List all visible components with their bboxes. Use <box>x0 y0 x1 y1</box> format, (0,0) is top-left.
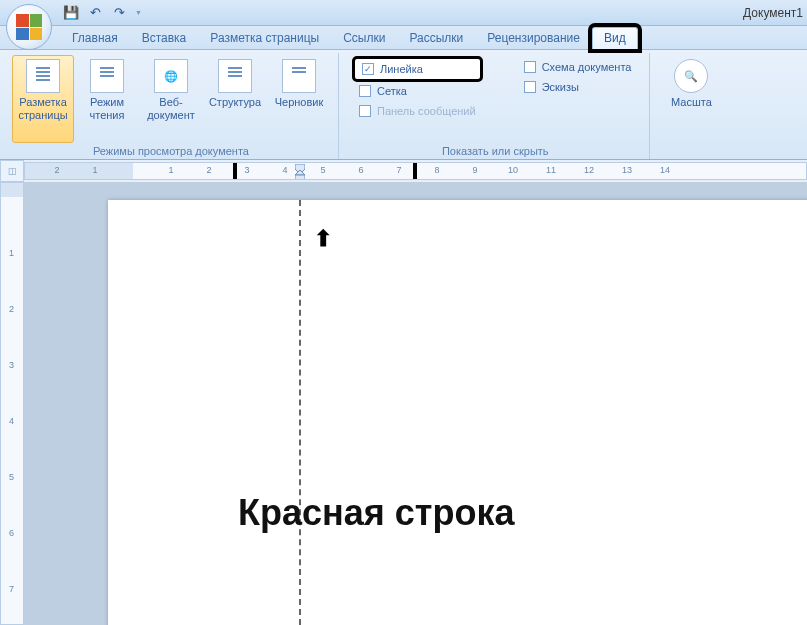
ruler-left-margin <box>25 163 133 179</box>
view-outline-label: Структура <box>209 96 261 109</box>
checkbox-document-map[interactable]: Схема документа <box>520 59 636 75</box>
ruler-row: ◫ 3211234567891011121314 <box>0 160 807 182</box>
checkbox-ruler-label: Линейка <box>380 63 423 75</box>
tab-mailings[interactable]: Рассылки <box>397 27 475 49</box>
ruler-tick: 2 <box>206 165 211 175</box>
ruler-tick: 6 <box>9 528 14 538</box>
group-zoom-spacer <box>660 143 722 159</box>
checkbox-document-map-label: Схема документа <box>542 61 632 73</box>
outline-icon <box>218 59 252 93</box>
page-area[interactable]: ⬆ Красная строка <box>24 182 807 625</box>
web-layout-icon: 🌐 <box>154 59 188 93</box>
office-button[interactable] <box>6 4 52 50</box>
ribbon: Разметка страницы Режим чтения 🌐 Веб-док… <box>0 50 807 160</box>
redo-button[interactable]: ↷ <box>108 3 130 23</box>
draft-icon <box>282 59 316 93</box>
tab-home[interactable]: Главная <box>60 27 130 49</box>
ruler-tick: 4 <box>282 165 287 175</box>
ruler-tick: 13 <box>622 165 632 175</box>
document-page[interactable] <box>108 200 807 625</box>
ruler-tick: 3 <box>244 165 249 175</box>
ruler-tick: 2 <box>9 304 14 314</box>
ruler-tick: 5 <box>9 472 14 482</box>
tab-view[interactable]: Вид <box>592 27 638 49</box>
horizontal-ruler[interactable]: 3211234567891011121314 <box>24 162 807 180</box>
ruler-tick: 10 <box>508 165 518 175</box>
first-line-indent-marker[interactable] <box>295 164 305 180</box>
view-print-layout-label: Разметка страницы <box>15 96 71 121</box>
checkbox-gridlines-label: Сетка <box>377 85 407 97</box>
view-web-button[interactable]: 🌐 Веб-документ <box>140 55 202 143</box>
save-button[interactable]: 💾 <box>60 3 82 23</box>
view-reading-label: Режим чтения <box>79 96 135 121</box>
checkbox-message-bar[interactable]: Панель сообщений <box>355 103 480 119</box>
checkbox-thumbnails[interactable]: Эскизы <box>520 79 636 95</box>
ruler-tick: 2 <box>54 165 59 175</box>
ruler-tick: 7 <box>9 584 14 594</box>
ruler-tick: 8 <box>434 165 439 175</box>
quick-access-toolbar: 💾 ↶ ↷ ▼ <box>60 0 145 25</box>
title-bar: 💾 ↶ ↷ ▼ Документ1 <box>0 0 807 26</box>
zoom-button[interactable]: 🔍 Масшта <box>660 55 722 143</box>
group-document-views: Разметка страницы Режим чтения 🌐 Веб-док… <box>8 53 339 159</box>
tab-insert[interactable]: Вставка <box>130 27 199 49</box>
view-draft-button[interactable]: Черновик <box>268 55 330 143</box>
checkbox-icon <box>524 61 536 73</box>
ruler-tick: 5 <box>320 165 325 175</box>
group-document-views-label: Режимы просмотра документа <box>12 143 330 159</box>
tab-references[interactable]: Ссылки <box>331 27 397 49</box>
ruler-tick: 4 <box>9 416 14 426</box>
vertical-ruler[interactable]: 1234567 <box>0 182 24 625</box>
ruler-corner[interactable]: ◫ <box>0 160 24 182</box>
print-layout-icon <box>26 59 60 93</box>
group-zoom: 🔍 Масшта <box>656 53 726 159</box>
ruler-tick: 1 <box>92 165 97 175</box>
tab-review[interactable]: Рецензирование <box>475 27 592 49</box>
ruler-tick: 3 <box>9 360 14 370</box>
checkbox-thumbnails-label: Эскизы <box>542 81 579 93</box>
zoom-label: Масшта <box>671 96 712 109</box>
checkbox-icon <box>359 85 371 97</box>
checkmark-icon: ✓ <box>362 63 374 75</box>
view-print-layout-button[interactable]: Разметка страницы <box>12 55 74 143</box>
arrow-up-icon: ⬆ <box>314 226 332 252</box>
qat-dropdown-icon[interactable]: ▼ <box>135 9 142 16</box>
view-draft-label: Черновик <box>275 96 324 109</box>
document-title: Документ1 <box>743 6 803 20</box>
checkbox-gridlines[interactable]: Сетка <box>355 83 480 99</box>
ruler-tick: 12 <box>584 165 594 175</box>
ruler-top-margin <box>1 183 23 197</box>
ruler-tick: 6 <box>358 165 363 175</box>
tab-layout[interactable]: Разметка страницы <box>198 27 331 49</box>
ruler-tick: 1 <box>9 248 14 258</box>
view-web-label: Веб-документ <box>143 96 199 121</box>
workspace: 1234567 ⬆ Красная строка <box>0 182 807 625</box>
svg-rect-2 <box>295 175 305 180</box>
indent-guide-line <box>299 200 301 625</box>
undo-button[interactable]: ↶ <box>84 3 106 23</box>
group-show-hide: ✓ Линейка Сетка Панель сообщений Схема д… <box>345 53 650 159</box>
ruler-tick: 14 <box>660 165 670 175</box>
view-outline-button[interactable]: Структура <box>204 55 266 143</box>
checkbox-icon <box>524 81 536 93</box>
checkbox-icon <box>359 105 371 117</box>
ruler-tick: 9 <box>472 165 477 175</box>
reading-icon <box>90 59 124 93</box>
ribbon-tabs: Главная Вставка Разметка страницы Ссылки… <box>0 26 807 50</box>
office-logo-icon <box>16 14 42 40</box>
checkbox-message-bar-label: Панель сообщений <box>377 105 476 117</box>
view-reading-button[interactable]: Режим чтения <box>76 55 138 143</box>
ruler-tick: 7 <box>396 165 401 175</box>
magnifier-icon: 🔍 <box>674 59 708 93</box>
ruler-tick: 11 <box>546 165 556 175</box>
ruler-tick: 1 <box>168 165 173 175</box>
document-heading-text[interactable]: Красная строка <box>238 492 514 534</box>
group-show-hide-label: Показать или скрыть <box>349 143 641 159</box>
checkbox-ruler[interactable]: ✓ Линейка <box>355 59 480 79</box>
